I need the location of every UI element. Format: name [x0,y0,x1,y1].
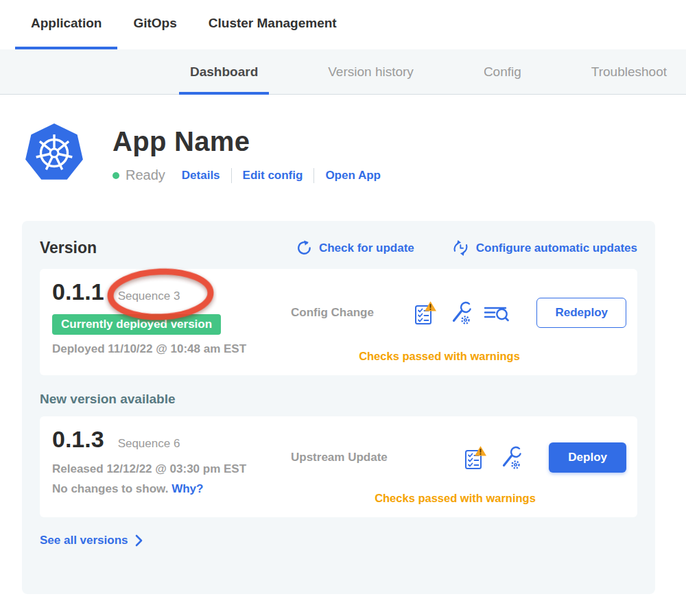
tab-version-history[interactable]: Version history [317,49,425,94]
deploy-button[interactable]: Deploy [549,442,626,473]
chevron-right-icon [135,534,143,547]
why-link[interactable]: Why? [172,482,203,495]
see-all-versions-label: See all versions [40,534,128,547]
version-card: Version Check for update [22,221,655,594]
new-version-sequence: Sequence 6 [118,437,180,451]
kubernetes-logo-icon [25,123,84,182]
checks-warning-text: Checks passed with warnings [359,350,520,362]
app-title: App Name [113,126,381,157]
checks-warning-text: Checks passed with warnings [375,492,536,504]
configure-automatic-updates-button[interactable]: Configure automatic updates [451,239,637,257]
deployed-timestamp: Deployed 11/10/22 @ 10:48 am EST [52,342,279,356]
secondary-nav: Dashboard Version history Config Trouble… [0,49,686,95]
tab-troubleshoot[interactable]: Troubleshoot [580,49,678,94]
tab-application[interactable]: Application [15,0,117,49]
current-version-sequence: Sequence 3 [118,289,180,303]
configure-updates-label: Configure automatic updates [476,241,637,255]
refresh-icon [296,239,313,257]
edit-config-link[interactable]: Edit config [243,169,303,182]
current-version-number: 0.1.1 [52,279,104,305]
tab-config[interactable]: Config [473,49,532,94]
currently-deployed-badge: Currently deployed version [52,314,221,335]
view-files-icon[interactable] [484,303,509,323]
status-label: Ready [126,167,165,183]
app-header: App Name Ready Details Edit config Open … [25,123,686,183]
new-version-heading: New version available [40,392,637,407]
primary-nav: Application GitOps Cluster Management [0,0,686,49]
new-version-row: 0.1.3 Sequence 6 Released 12/12/22 @ 03:… [40,416,637,517]
preflight-checks-icon[interactable] [414,300,437,326]
wrench-config-icon[interactable] [499,446,521,470]
see-all-versions-link[interactable]: See all versions [40,534,143,547]
check-for-update-label: Check for update [319,241,414,255]
redeploy-button[interactable]: Redeploy [536,298,626,328]
released-timestamp: Released 12/12/22 @ 03:30 pm EST [52,462,279,476]
check-for-update-button[interactable]: Check for update [296,239,414,257]
status-ready-dot [113,172,119,179]
tab-cluster-management[interactable]: Cluster Management [193,0,353,49]
no-changes-text: No changes to show. [52,482,168,495]
preflight-checks-icon[interactable] [464,445,487,471]
current-version-row: 0.1.1 Sequence 3 Currently deployed vers… [40,269,637,375]
separator [314,168,314,183]
separator [231,168,232,183]
auto-update-clock-icon [451,239,470,257]
version-source-label: Config Change [291,306,374,320]
wrench-config-icon[interactable] [449,301,471,325]
new-version-number: 0.1.3 [52,426,104,453]
tab-gitops[interactable]: GitOps [117,0,192,49]
open-app-link[interactable]: Open App [325,169,381,182]
details-link[interactable]: Details [182,169,220,182]
tab-dashboard[interactable]: Dashboard [179,49,269,94]
version-card-title: Version [40,239,97,257]
version-source-label: Upstream Update [291,451,388,464]
